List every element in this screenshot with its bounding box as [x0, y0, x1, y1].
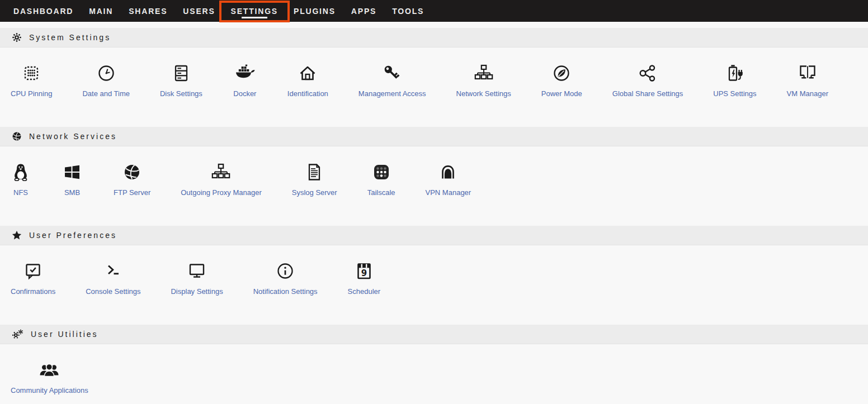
- icon-box: [121, 162, 143, 184]
- monitor-icon: [186, 260, 208, 284]
- item-label: Confirmations: [11, 287, 55, 296]
- nav-item-settings[interactable]: SETTINGS: [223, 0, 286, 22]
- icon-box: [20, 63, 43, 85]
- icon-box: [296, 63, 319, 85]
- item-label: Disk Settings: [160, 89, 202, 98]
- section-items: CPU PinningDate and TimeDisk SettingsDoc…: [0, 47, 868, 127]
- calendar-icon: 9: [353, 260, 375, 284]
- item-label: FTP Server: [114, 188, 150, 197]
- icon-box: [170, 63, 192, 85]
- share-nodes-icon: [636, 62, 659, 87]
- item-label: Community Applications: [11, 386, 88, 395]
- icon-box: 9: [353, 261, 375, 283]
- docker-icon: [233, 62, 257, 87]
- nav-item-users[interactable]: USERS: [175, 0, 223, 22]
- nav-item-label: TOOLS: [392, 7, 424, 16]
- icon-box: [636, 63, 659, 85]
- settings-item-tailscale[interactable]: Tailscale: [367, 162, 395, 197]
- item-label: SMB: [64, 188, 80, 197]
- section-title: User Utilities: [31, 330, 98, 339]
- item-label: Date and Time: [82, 89, 130, 98]
- nav-item-label: DASHBOARD: [13, 7, 73, 16]
- settings-item-global-share-settings[interactable]: Global Share Settings: [612, 63, 683, 98]
- settings-item-date-and-time[interactable]: Date and Time: [82, 63, 130, 98]
- icon-box: [381, 63, 403, 85]
- windows-icon: [61, 161, 83, 186]
- settings-item-syslog-server[interactable]: Syslog Server: [292, 162, 337, 197]
- section-network-services: Network ServicesNFSSMBFTP ServerOutgoing…: [0, 127, 868, 226]
- settings-item-nfs[interactable]: NFS: [11, 162, 31, 197]
- item-label: Management Access: [358, 89, 426, 98]
- settings-item-display-settings[interactable]: Display Settings: [171, 261, 223, 296]
- home-icon: [296, 62, 319, 87]
- key-icon: [381, 62, 403, 87]
- nav-item-apps[interactable]: APPS: [343, 0, 384, 22]
- settings-item-disk-settings[interactable]: Disk Settings: [160, 63, 202, 98]
- item-label: VM Manager: [787, 89, 828, 98]
- gear-icon: [12, 32, 22, 42]
- settings-item-cpu-pinning[interactable]: CPU Pinning: [11, 63, 52, 98]
- icon-box: [370, 162, 393, 184]
- settings-item-vm-manager[interactable]: VM Manager: [787, 63, 828, 98]
- item-label: Display Settings: [171, 287, 223, 296]
- icon-box: [274, 261, 296, 283]
- users-icon: [37, 359, 61, 383]
- icon-box: [210, 162, 232, 184]
- icon-box: [95, 63, 117, 85]
- settings-item-network-settings[interactable]: Network Settings: [456, 63, 511, 98]
- icon-box: [303, 162, 326, 184]
- icon-box: [61, 162, 83, 184]
- settings-item-docker[interactable]: Docker: [233, 63, 257, 98]
- nav-item-label: PLUGINS: [294, 7, 336, 16]
- settings-item-notification-settings[interactable]: Notification Settings: [253, 261, 318, 296]
- section-items: Community Applications: [0, 344, 868, 404]
- section-header-system-settings: System Settings: [0, 28, 868, 47]
- sitemap-icon: [210, 161, 232, 186]
- icon-box: [473, 63, 495, 85]
- svg-text:9: 9: [361, 268, 367, 278]
- sitemap-icon: [473, 62, 495, 87]
- item-label: Outgoing Proxy Manager: [181, 188, 262, 197]
- settings-item-outgoing-proxy-manager[interactable]: Outgoing Proxy Manager: [181, 162, 262, 197]
- item-label: Console Settings: [86, 287, 140, 296]
- section-title: System Settings: [29, 33, 111, 42]
- item-label: UPS Settings: [713, 89, 756, 98]
- icon-box: [233, 63, 257, 85]
- nav-item-plugins[interactable]: PLUGINS: [286, 0, 343, 22]
- star-icon: [12, 230, 22, 240]
- section-header-user-preferences: User Preferences: [0, 226, 868, 245]
- settings-item-scheduler[interactable]: 9Scheduler: [348, 261, 381, 296]
- settings-item-management-access[interactable]: Management Access: [358, 63, 426, 98]
- item-label: Scheduler: [348, 287, 381, 296]
- nav-item-main[interactable]: MAIN: [81, 0, 121, 22]
- settings-item-console-settings[interactable]: Console Settings: [86, 261, 140, 296]
- settings-item-ups-settings[interactable]: UPS Settings: [713, 63, 756, 98]
- penguin-icon: [11, 161, 31, 186]
- settings-item-vpn-manager[interactable]: VPN Manager: [426, 162, 471, 197]
- item-label: CPU Pinning: [11, 89, 52, 98]
- settings-item-community-applications[interactable]: Community Applications: [11, 360, 88, 395]
- nav-item-label: SETTINGS: [231, 7, 278, 16]
- settings-item-identification[interactable]: Identification: [287, 63, 328, 98]
- item-label: NFS: [13, 188, 28, 197]
- battery-plug-icon: [724, 62, 746, 87]
- settings-item-ftp-server[interactable]: FTP Server: [114, 162, 150, 197]
- nav-item-tools[interactable]: TOOLS: [384, 0, 432, 22]
- settings-item-confirmations[interactable]: Confirmations: [11, 261, 55, 296]
- hood-icon: [437, 161, 459, 186]
- icon-box: [437, 162, 459, 184]
- section-header-user-utilities: User Utilities: [0, 325, 868, 344]
- item-label: Syslog Server: [292, 188, 337, 197]
- gears-icon: [12, 329, 23, 339]
- nav-item-dashboard[interactable]: DASHBOARD: [6, 0, 81, 22]
- microchip-icon: [20, 62, 43, 87]
- icon-box: [102, 261, 124, 283]
- settings-item-smb[interactable]: SMB: [61, 162, 83, 197]
- nav-item-shares[interactable]: SHARES: [121, 0, 175, 22]
- vm-icon: [796, 62, 819, 87]
- section-items: NFSSMBFTP ServerOutgoing Proxy ManagerSy…: [0, 146, 868, 226]
- section-system-settings: System SettingsCPU PinningDate and TimeD…: [0, 28, 868, 127]
- icon-box: [37, 360, 61, 382]
- server-icon: [170, 62, 192, 87]
- settings-item-power-mode[interactable]: Power Mode: [541, 63, 582, 98]
